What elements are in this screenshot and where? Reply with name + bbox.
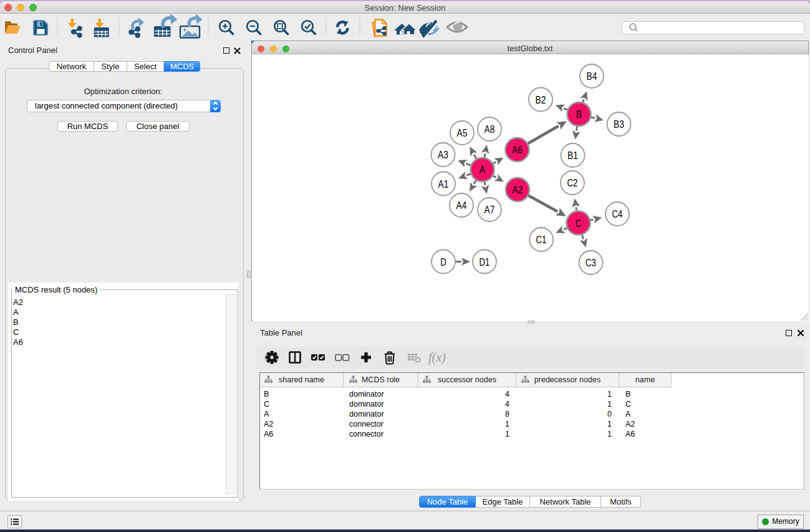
svg-text:A5: A5: [456, 127, 467, 139]
svg-text:A1: A1: [438, 178, 448, 190]
svg-text:C2: C2: [567, 177, 577, 189]
svg-text:A7: A7: [484, 204, 494, 216]
svg-text:B3: B3: [614, 118, 624, 130]
svg-text:B1: B1: [567, 150, 578, 162]
svg-text:A6: A6: [512, 144, 523, 156]
svg-text:A: A: [479, 164, 485, 176]
svg-text:D: D: [440, 256, 446, 268]
svg-text:B2: B2: [535, 94, 546, 105]
svg-text:B: B: [576, 109, 582, 120]
svg-text:C3: C3: [586, 257, 596, 269]
svg-text:B4: B4: [586, 70, 597, 82]
svg-text:A3: A3: [438, 149, 448, 161]
svg-text:A2: A2: [512, 184, 523, 196]
svg-text:C1: C1: [536, 234, 546, 246]
svg-text:A4: A4: [456, 200, 466, 211]
svg-text:D1: D1: [479, 256, 489, 268]
svg-text:C: C: [575, 217, 581, 229]
svg-text:f(x): f(x): [428, 351, 446, 365]
svg-text:A8: A8: [484, 123, 494, 135]
svg-text:C4: C4: [612, 208, 622, 220]
